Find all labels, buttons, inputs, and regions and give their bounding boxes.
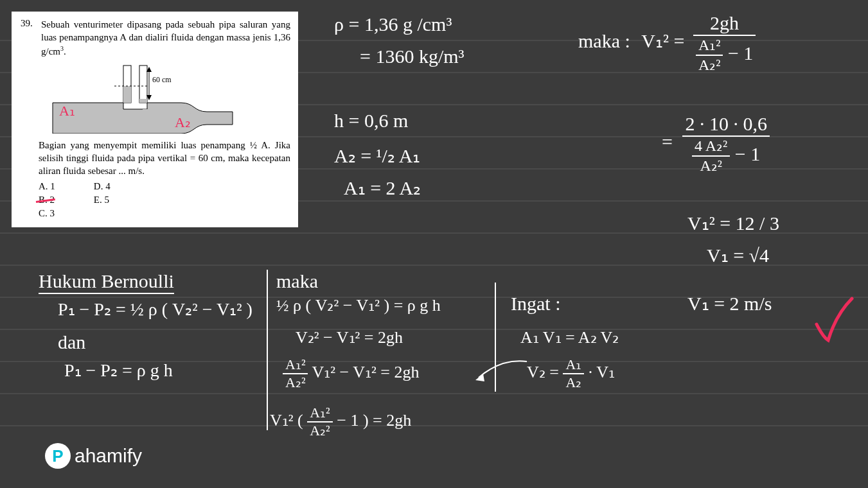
arrow-icon bbox=[475, 358, 533, 390]
hw-eq-m4-den: A₂² bbox=[307, 423, 332, 439]
hw-cont1: A₁ V₁ = A₂ V₂ bbox=[520, 327, 619, 347]
hw-cont2-tail: · V₁ bbox=[589, 363, 615, 381]
answer-options: A. 1 B. 2 C. 3 D. 4 E. 5 bbox=[39, 180, 290, 220]
hw-eq-m4: V₁² ( A₁² A₂² − 1 ) = 2gh bbox=[270, 405, 411, 440]
hw-rho2: = 1360 kg/m³ bbox=[360, 45, 465, 68]
hw-cont2-num: A₁ bbox=[563, 356, 584, 374]
hw-rho1: ρ = 1,36 g /cm³ bbox=[334, 13, 452, 36]
hw-eq-sub: = 2 · 10 · 0,6 4 A₂² A₂² − 1 bbox=[662, 112, 770, 175]
rule-line bbox=[0, 393, 868, 394]
question-card: 39. Sebuah venturimeter dipasang pada se… bbox=[12, 12, 298, 227]
hw-v1sq-eq: V₁² = bbox=[641, 30, 684, 51]
brand-logo-icon: P bbox=[45, 443, 71, 469]
hw-eq-m3-num: A₁² bbox=[283, 356, 308, 374]
hw-maka-label: maka : V₁² = 2gh A₁² A₂² − 1 bbox=[578, 12, 756, 74]
rule-line bbox=[0, 329, 868, 330]
hw-frac1-den: A₁² A₂² − 1 bbox=[693, 36, 756, 74]
hw-eq-m4-lead: V₁² ( bbox=[270, 411, 303, 430]
answer-c: C. 3 bbox=[39, 207, 55, 220]
diagram-label-a1: A₁ bbox=[59, 103, 75, 119]
hw-frac2-den-num: 4 A₂² bbox=[692, 137, 730, 157]
hw-hukum-text: Hukum Bernoulli bbox=[39, 270, 174, 294]
hw-eq-m4-num: A₁² bbox=[307, 405, 332, 423]
whiteboard: { "question": { "number": "39.", "text_l… bbox=[0, 0, 868, 488]
hw-cont2: V₂ = A₁ A₂ · V₁ bbox=[527, 356, 615, 392]
hw-cont2-den: A₂ bbox=[563, 374, 584, 391]
hw-eq-sign: = bbox=[662, 131, 673, 152]
hw-eq-p1: P₁ − P₂ = ½ ρ ( V₂² − V₁² ) bbox=[58, 299, 252, 320]
hw-v1sq-res: V₁² = 12 / 3 bbox=[687, 212, 779, 235]
hw-frac1-den-den: A₂² bbox=[696, 56, 723, 74]
question-text-2: Bagian yang menyempit memiliki luas pena… bbox=[39, 139, 290, 178]
hw-frac2-den-den: A₂² bbox=[692, 157, 730, 175]
answer-b: B. 2 bbox=[39, 194, 55, 206]
hw-minus1: − 1 bbox=[728, 42, 753, 64]
hw-maka-text: maka : bbox=[578, 30, 630, 51]
svg-marker-9 bbox=[475, 374, 484, 381]
answer-a: A. 1 bbox=[39, 180, 55, 193]
svg-rect-1 bbox=[139, 65, 147, 103]
svg-rect-3 bbox=[139, 99, 147, 103]
hw-a2: A₂ = ¹/₂ A₁ bbox=[334, 144, 420, 168]
hw-v1-final: V₁ = 2 m/s bbox=[687, 292, 772, 315]
check-mark-icon bbox=[810, 295, 855, 354]
svg-text:60 cm: 60 cm bbox=[152, 75, 172, 84]
hw-eq-m2: V₂² − V₁² = 2gh bbox=[296, 327, 403, 347]
divider bbox=[267, 270, 268, 430]
brand-logo: P ahamify bbox=[45, 443, 142, 469]
hw-a1: A₁ = 2 A₂ bbox=[344, 177, 421, 200]
venturimeter-diagram: 60 cm A₁ A₂ bbox=[46, 63, 239, 134]
hw-frac2-num: 2 · 10 · 0,6 bbox=[682, 112, 770, 137]
hw-v1-res: V₁ = √4 bbox=[707, 244, 769, 267]
hw-hukum-title: Hukum Bernoulli bbox=[39, 270, 174, 293]
diagram-label-a2: A₂ bbox=[175, 114, 191, 131]
question-number: 39. bbox=[21, 18, 36, 58]
hw-eq-m3: A₁² A₂² V₁² − V₁² = 2gh bbox=[283, 356, 420, 392]
hw-eq-p2: P₁ − P₂ = ρ g h bbox=[64, 360, 173, 381]
svg-rect-2 bbox=[123, 86, 131, 103]
rule-line bbox=[0, 425, 868, 426]
hw-frac1-num: 2gh bbox=[693, 12, 756, 36]
hw-h: h = 0,6 m bbox=[334, 109, 408, 132]
hw-frac1-den-num: A₁² bbox=[696, 36, 723, 56]
hw-maka2: maka bbox=[276, 270, 318, 293]
question-text: Sebuah venturimeter dipasang pada sebuah… bbox=[41, 18, 290, 58]
hw-minus1b: − 1 bbox=[735, 143, 760, 164]
answer-e: E. 5 bbox=[94, 194, 111, 206]
hw-eq-m3-den: A₂² bbox=[283, 374, 308, 391]
hw-dan: dan bbox=[58, 331, 85, 354]
question-text-end: . bbox=[64, 46, 66, 57]
hw-eq-m4-tail: − 1 ) = 2gh bbox=[337, 411, 411, 430]
hw-eq-m3-tail: V₁² − V₁² = 2gh bbox=[312, 363, 420, 381]
hw-eq-m1: ½ ρ ( V₂² − V₁² ) = ρ g h bbox=[276, 295, 441, 315]
hw-ingat: Ingat : bbox=[511, 292, 560, 315]
hw-frac2-den: 4 A₂² A₂² − 1 bbox=[682, 137, 770, 175]
answer-d: D. 4 bbox=[94, 180, 111, 193]
question-text-main: Sebuah venturimeter dipasang pada sebuah… bbox=[41, 19, 290, 57]
brand-logo-text: ahamify bbox=[75, 445, 142, 467]
